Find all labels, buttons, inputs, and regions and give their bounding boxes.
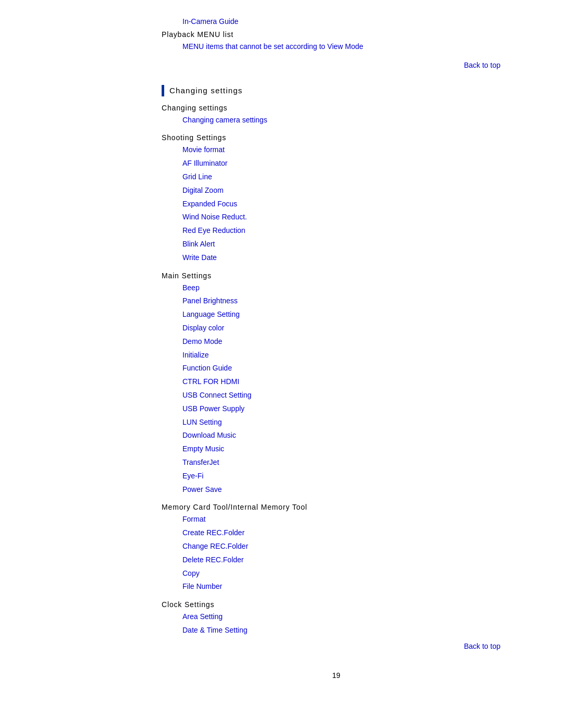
section-bar <box>162 85 164 96</box>
create-rec-folder-link[interactable]: Create REC.Folder <box>182 528 244 537</box>
create-rec-folder-item: Create REC.Folder <box>162 527 511 539</box>
digital-zoom-item: Digital Zoom <box>162 184 511 197</box>
copy-link[interactable]: Copy <box>182 569 200 577</box>
in-camera-guide-link[interactable]: In-Camera Guide <box>182 17 238 26</box>
file-number-link[interactable]: File Number <box>182 582 222 590</box>
categories-container: Changing settings Changing camera settin… <box>162 104 511 637</box>
wind-noise-reduct-link[interactable]: Wind Noise Reduct. <box>182 213 247 221</box>
usb-power-supply-item: USB Power Supply <box>162 403 511 415</box>
display-color-link[interactable]: Display color <box>182 324 224 332</box>
area-setting-item: Area Setting <box>162 611 511 623</box>
main-settings-category: Main Settings Beep Panel Brightness Lang… <box>162 272 511 496</box>
change-rec-folder-item: Change REC.Folder <box>162 540 511 553</box>
transferjet-item: TransferJet <box>162 456 511 469</box>
menu-items-link[interactable]: MENU items that cannot be set according … <box>182 42 363 51</box>
movie-format-item: Movie format <box>162 144 511 156</box>
content-area: In-Camera Guide Playback MENU list MENU … <box>162 16 511 680</box>
memory-card-tool-title: Memory Card Tool/Internal Memory Tool <box>162 503 511 511</box>
grid-line-item: Grid Line <box>162 171 511 183</box>
lun-setting-link[interactable]: LUN Setting <box>182 418 222 426</box>
transferjet-link[interactable]: TransferJet <box>182 458 219 466</box>
back-to-top-2[interactable]: Back to top <box>162 642 500 650</box>
af-illuminator-item: AF Illuminator <box>162 157 511 170</box>
download-music-item: Download Music <box>162 429 511 442</box>
back-to-top-1[interactable]: Back to top <box>162 61 500 69</box>
changing-settings-title: Changing settings <box>162 104 511 112</box>
grid-line-link[interactable]: Grid Line <box>182 172 212 181</box>
red-eye-reduction-item: Red Eye Reduction <box>162 225 511 237</box>
expanded-focus-item: Expanded Focus <box>162 198 511 211</box>
area-setting-link[interactable]: Area Setting <box>182 612 223 621</box>
blink-alert-link[interactable]: Blink Alert <box>182 240 215 248</box>
in-camera-guide-item: In-Camera Guide <box>162 16 511 28</box>
empty-music-item: Empty Music <box>162 443 511 455</box>
format-link[interactable]: Format <box>182 515 205 523</box>
clock-settings-title: Clock Settings <box>162 600 511 609</box>
eye-fi-link[interactable]: Eye-Fi <box>182 472 203 480</box>
file-number-item: File Number <box>162 581 511 593</box>
function-guide-link[interactable]: Function Guide <box>182 364 232 372</box>
empty-music-link[interactable]: Empty Music <box>182 445 224 453</box>
copy-item: Copy <box>162 567 511 580</box>
format-item: Format <box>162 513 511 526</box>
ctrl-for-hdmi-item: CTRL FOR HDMI <box>162 376 511 388</box>
function-guide-item: Function Guide <box>162 362 511 375</box>
write-date-link[interactable]: Write Date <box>182 253 217 262</box>
wind-noise-reduct-item: Wind Noise Reduct. <box>162 211 511 224</box>
changing-settings-category: Changing settings Changing camera settin… <box>162 104 511 127</box>
usb-power-supply-link[interactable]: USB Power Supply <box>182 404 244 413</box>
beep-item: Beep <box>162 282 511 294</box>
date-time-setting-link[interactable]: Date & Time Setting <box>182 626 248 634</box>
delete-rec-folder-item: Delete REC.Folder <box>162 554 511 566</box>
changing-camera-settings-item: Changing camera settings <box>162 114 511 127</box>
panel-brightness-link[interactable]: Panel Brightness <box>182 297 238 305</box>
page-number: 19 <box>162 671 511 680</box>
initialize-link[interactable]: Initialize <box>182 351 209 359</box>
section-heading-changing-settings: Changing settings <box>169 86 242 95</box>
expanded-focus-link[interactable]: Expanded Focus <box>182 200 237 208</box>
power-save-item: Power Save <box>162 484 511 496</box>
page-container: In-Camera Guide Playback MENU list MENU … <box>0 0 563 728</box>
download-music-link[interactable]: Download Music <box>182 431 236 439</box>
red-eye-reduction-link[interactable]: Red Eye Reduction <box>182 226 246 235</box>
power-save-link[interactable]: Power Save <box>182 485 222 493</box>
movie-format-link[interactable]: Movie format <box>182 145 225 154</box>
lun-setting-item: LUN Setting <box>162 416 511 429</box>
demo-mode-link[interactable]: Demo Mode <box>182 337 222 346</box>
section-header-changing-settings: Changing settings <box>162 85 511 96</box>
panel-brightness-item: Panel Brightness <box>162 295 511 307</box>
change-rec-folder-link[interactable]: Change REC.Folder <box>182 542 248 550</box>
blink-alert-item: Blink Alert <box>162 238 511 251</box>
write-date-item: Write Date <box>162 252 511 264</box>
usb-connect-setting-item: USB Connect Setting <box>162 389 511 402</box>
memory-card-tool-category: Memory Card Tool/Internal Memory Tool Fo… <box>162 503 511 593</box>
initialize-item: Initialize <box>162 349 511 362</box>
main-settings-title: Main Settings <box>162 272 511 280</box>
top-section: In-Camera Guide Playback MENU list MENU … <box>162 16 511 53</box>
eye-fi-item: Eye-Fi <box>162 470 511 483</box>
shooting-settings-title: Shooting Settings <box>162 133 511 142</box>
shooting-settings-category: Shooting Settings Movie format AF Illumi… <box>162 133 511 264</box>
beep-link[interactable]: Beep <box>182 283 200 292</box>
changing-camera-settings-link[interactable]: Changing camera settings <box>182 116 267 124</box>
clock-settings-category: Clock Settings Area Setting Date & Time … <box>162 600 511 637</box>
language-setting-item: Language Setting <box>162 309 511 321</box>
usb-connect-setting-link[interactable]: USB Connect Setting <box>182 391 251 399</box>
ctrl-for-hdmi-link[interactable]: CTRL FOR HDMI <box>182 377 239 386</box>
delete-rec-folder-link[interactable]: Delete REC.Folder <box>182 556 244 564</box>
display-color-item: Display color <box>162 322 511 335</box>
language-setting-link[interactable]: Language Setting <box>182 310 240 318</box>
playback-menu-title: Playback MENU list <box>162 30 511 39</box>
demo-mode-item: Demo Mode <box>162 336 511 348</box>
af-illuminator-link[interactable]: AF Illuminator <box>182 159 227 167</box>
date-time-setting-item: Date & Time Setting <box>162 624 511 637</box>
digital-zoom-link[interactable]: Digital Zoom <box>182 186 224 194</box>
menu-items-item: MENU items that cannot be set according … <box>162 41 511 53</box>
